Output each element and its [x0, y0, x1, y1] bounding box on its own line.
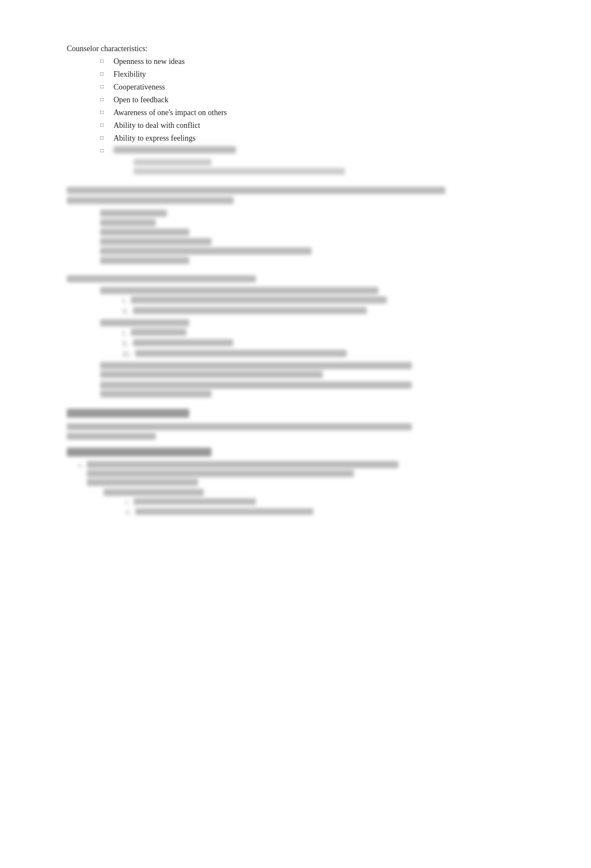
blurred-section-2: i. ii. i. ii.	[67, 275, 524, 398]
blurred-bold-section	[67, 409, 524, 440]
list-item: Ability to express feelings	[100, 132, 524, 144]
list-item: Flexibility	[100, 68, 524, 80]
list-item: Cooperativeness	[100, 81, 524, 93]
characteristics-list: Openness to new ideas Flexibility Cooper…	[67, 56, 524, 157]
counselor-characteristics-section: Counselor characteristics: Openness to n…	[67, 44, 524, 175]
list-item: Ability to deal with conflict	[100, 120, 524, 131]
list-item: Awareness of one's impact on others	[100, 107, 524, 118]
list-item: Openness to new ideas	[100, 56, 524, 67]
blurred-sub-block	[67, 159, 524, 175]
blurred-italic-section: 1. i. ii.	[67, 448, 524, 518]
counselor-characteristics-heading: Counselor characteristics:	[67, 44, 524, 53]
list-item-blurred	[100, 145, 524, 157]
page-content: Counselor characteristics: Openness to n…	[67, 44, 524, 518]
blurred-section-1	[67, 187, 524, 264]
list-item: Open to feedback	[100, 94, 524, 106]
